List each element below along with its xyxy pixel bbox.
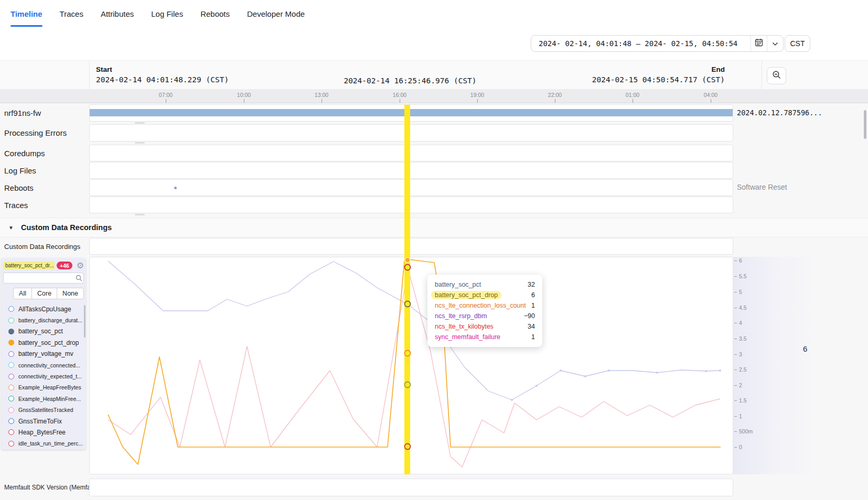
y-tick-mark [734,369,737,370]
metric-label: idle_task_run_time_perc... [18,440,83,447]
series-point-dot [705,370,707,372]
filter-none-button[interactable]: None [57,288,84,299]
row-track-processing-errors[interactable] [89,124,733,142]
row-label-nrf91ns-fw: nrf91ns-fw [4,104,41,122]
timezone-button[interactable]: CST [785,35,810,52]
metric-filter-buttons: AllCoreNone [14,288,84,299]
metric-label: Heap_BytesFree [18,429,66,436]
metric-search[interactable] [3,273,84,284]
date-range-dropdown-button[interactable] [767,36,783,51]
row-resize-handle[interactable] [135,122,145,124]
metric-battery-voltage-mv[interactable]: battery_voltage_mv [1,349,86,360]
collapse-caret-icon[interactable]: ▼ [8,225,14,231]
y-tick-500m: 500m [734,428,753,434]
time-tick-label: 16:00 [393,92,406,98]
y-tick-label: 4.5 [739,305,747,311]
date-range-picker[interactable]: 2024- 02-14, 04:01:48 – 2024- 02-15, 04:… [531,35,784,52]
series-point-dot [535,385,538,387]
metric-label: connectivity_connected... [18,362,80,368]
firmware-version-bar[interactable] [90,109,733,116]
metric-battery-soc-pct[interactable]: battery_soc_pct [1,326,86,337]
sdk-row-track[interactable] [89,479,733,496]
timeline-header: Start 2024-02-14 04:01:48.229 (CST) 2024… [0,60,868,89]
tooltip-metric-value: 6 [531,291,535,299]
y-tick-1-5: 1.5 [734,397,747,404]
zoom-out-button[interactable] [767,67,786,84]
metric-picker-panel: battery_soc_pct_dr... +46 ⚙ AllCoreNone … [1,258,86,450]
series-point-dot [719,369,721,372]
row-resize-handle[interactable] [135,214,145,215]
y-tick-mark [734,385,737,386]
time-tick-label: 19:00 [470,92,484,98]
y-tick-mark [734,339,737,339]
tab-timeline[interactable]: Timeline [10,0,42,27]
calendar-button[interactable] [751,36,767,51]
metric-alltaskscpuusage[interactable]: AllTasksCpuUsage [1,303,86,314]
end-value: 2024-02-15 04:50:54.717 (CST) [515,75,725,84]
metric-connectivity-connected[interactable]: connectivity_connected... [1,360,86,371]
gear-icon[interactable]: ⚙ [77,262,84,270]
end-label: End [515,66,725,73]
row-track-traces[interactable] [89,197,733,213]
y-tick-mark [734,416,737,417]
y-tick-3-5: 3.5 [734,335,747,342]
row-resize-handle[interactable] [135,142,145,144]
time-tick-label: 01:00 [626,92,639,98]
divider [89,61,90,90]
toolbar: 2024- 02-14, 04:01:48 – 2024- 02-15, 04:… [0,27,868,60]
metric-label: GnssSatellitesTracked [18,407,73,413]
tooltip-metric-label: battery_soc_pct_drop [431,291,501,299]
tab-developer-mode[interactable]: Developer Mode [247,0,305,27]
tab-log-files[interactable]: Log Files [151,0,183,27]
cdr-row-track[interactable] [89,238,733,255]
y-tick-5: 5 [734,289,742,295]
selected-metric-chip[interactable]: battery_soc_pct_dr... [3,262,55,269]
chevron-down-icon [772,39,778,48]
tab-attributes[interactable]: Attributes [101,0,134,27]
metric-list-scrollbar[interactable] [84,305,85,338]
time-tick-mark [711,99,711,103]
metric-idle-task-run-time-perc[interactable]: idle_task_run_time_perc... [1,438,86,448]
metric-gnsstimetofix[interactable]: GnssTimeToFix [1,416,86,427]
metric-gnsssatellitestracked[interactable]: GnssSatellitesTracked [1,405,86,416]
series-point-dot [608,369,610,372]
time-cursor[interactable] [404,105,410,474]
y-tick-mark [734,431,737,432]
metric-color-circle [8,362,14,368]
y-tick-mark [734,400,737,401]
divider [762,61,762,90]
row-track-coredumps[interactable] [89,145,733,161]
metric-color-circle [8,396,14,401]
reboot-event-dot[interactable] [174,187,177,189]
metric-battery-soc-pct-drop[interactable]: battery_soc_pct_drop [1,337,86,348]
y-tick-mark [734,323,737,323]
date-range-value[interactable]: 2024- 02-14, 04:01:48 – 2024- 02-15, 04:… [531,36,751,51]
tooltip-row-ncs-lte-connection-loss-count: ncs_lte_connection_loss_count1 [435,300,535,311]
search-input[interactable] [4,275,74,282]
y-tick-0: 0 [734,444,742,450]
metric-example-heapminfree[interactable]: Example_HeapMinFree... [1,393,86,404]
metric-connectivity-expected-t[interactable]: connectivity_expected_t... [1,371,86,382]
metric-color-circle [8,318,14,323]
range-end: End 2024-02-15 04:50:54.717 (CST) [515,66,725,84]
tab-reboots[interactable]: Reboots [200,0,230,27]
tab-traces[interactable]: Traces [60,0,83,27]
custom-data-recordings-section-header[interactable]: ▼ Custom Data Recordings [0,218,868,237]
y-tick-label: 3.5 [739,335,747,342]
top-tab-bar: TimelineTracesAttributesLog FilesReboots… [0,0,868,27]
metric-example-heapfreebytes[interactable]: Example_HeapFreeBytes [1,382,86,393]
filter-core-button[interactable]: Core [31,288,57,299]
metric-color-circle [8,441,14,447]
tooltip-row-ncs-lte-tx-kilobytes: ncs_lte_tx_kilobytes34 [435,321,535,332]
rows-scrollbar[interactable] [864,110,866,139]
tooltip-row-ncs-lte-rsrp-dbm: ncs_lte_rsrp_dbm−90 [435,311,535,321]
y-tick-label: 2.5 [739,366,747,373]
y-tick-mark [734,447,737,448]
metric-heap-bytesfree[interactable]: Heap_BytesFree [1,427,86,438]
metric-battery-discharge-durat[interactable]: battery_discharge_durat... [1,314,86,325]
row-track-reboots[interactable] [89,179,733,196]
filter-all-button[interactable]: All [13,288,32,299]
chart-plot[interactable] [89,257,733,474]
metric-label: AllTasksCpuUsage [18,306,71,313]
row-track-log-files[interactable] [89,162,733,179]
